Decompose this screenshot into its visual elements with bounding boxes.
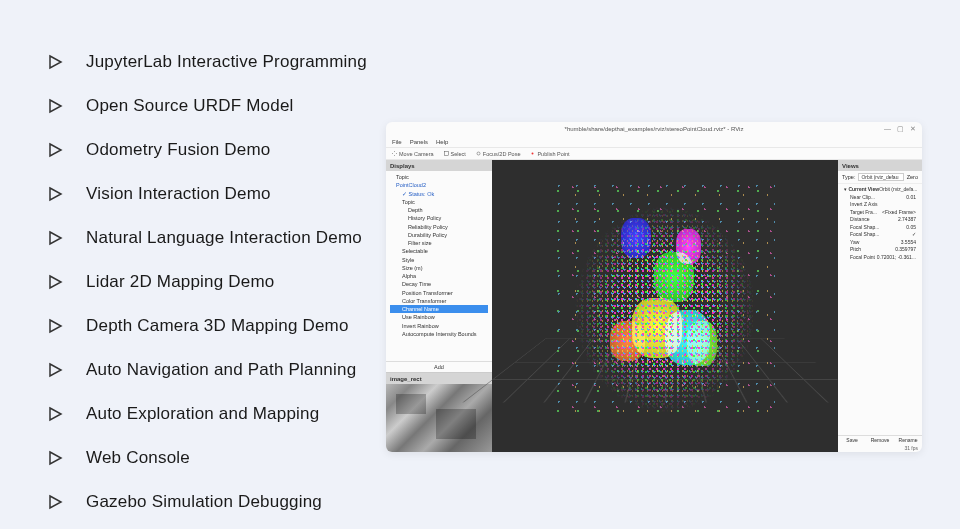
arrow-right-icon — [48, 406, 64, 422]
feature-label: Depth Camera 3D Mapping Demo — [86, 316, 349, 336]
tree-item[interactable]: Color Transformer — [390, 297, 488, 305]
views-type-select[interactable]: Orbit (rviz_defau — [858, 173, 903, 181]
window-title: *humble/share/depthai_examples/rviz/ster… — [565, 126, 744, 132]
arrow-right-icon — [48, 54, 64, 70]
feature-label: Lidar 2D Mapping Demo — [86, 272, 274, 292]
property-row[interactable]: Pitch0.359797 — [842, 246, 918, 254]
views-panel: Views Type: Orbit (rviz_defau Zero ▾ Cur… — [838, 160, 922, 452]
tree-item[interactable]: Style — [390, 256, 488, 264]
views-type-label: Type: — [842, 174, 855, 180]
tree-item[interactable]: Reliability Policy — [390, 223, 488, 231]
tool-publish-point[interactable]: Publish Point — [530, 151, 569, 157]
property-row[interactable]: Distance2.74387 — [842, 216, 918, 224]
point-icon — [530, 151, 535, 156]
arrow-right-icon — [48, 230, 64, 246]
feature-item: Web Console — [48, 448, 367, 468]
displays-panel-header: Displays — [386, 160, 492, 171]
feature-item: Odometry Fusion Demo — [48, 140, 367, 160]
current-view-row[interactable]: ▾ Current View Orbit (rviz_defa... — [842, 186, 918, 194]
feature-list: JupyterLab Interactive Programming Open … — [48, 52, 367, 529]
tree-item[interactable]: Topic — [390, 173, 488, 181]
property-row[interactable]: Focal Shap...0.05 — [842, 224, 918, 232]
tree-item[interactable]: Use Rainbow — [390, 313, 488, 321]
tree-item[interactable]: Size (m) — [390, 264, 488, 272]
svg-rect-0 — [444, 152, 448, 156]
tree-item[interactable]: Channel Name — [390, 305, 488, 313]
toolbar: Move Camera Select Focus/2D Pose Publish… — [386, 148, 922, 160]
window-titlebar: *humble/share/depthai_examples/rviz/ster… — [386, 122, 922, 136]
feature-label: Auto Exploration and Mapping — [86, 404, 319, 424]
svg-point-2 — [532, 153, 534, 155]
tree-item[interactable]: Alpha — [390, 272, 488, 280]
pointcloud — [555, 183, 775, 413]
tree-item[interactable]: Depth — [390, 206, 488, 214]
property-row[interactable]: Near Clip...0.01 — [842, 194, 918, 202]
arrow-right-icon — [48, 186, 64, 202]
tree-item[interactable]: Durability Policy — [390, 231, 488, 239]
property-row[interactable]: Invert Z Axis — [842, 201, 918, 209]
displays-tree[interactable]: TopicPointCloud2✓ Status: OkTopicDepthHi… — [386, 171, 492, 361]
views-zero-button[interactable]: Zero — [907, 174, 918, 180]
property-row[interactable]: Focal Point0.72001; -0.361... — [842, 254, 918, 262]
property-row[interactable]: Yaw3.5554 — [842, 239, 918, 247]
arrow-right-icon — [48, 142, 64, 158]
rename-button[interactable]: Rename — [894, 436, 922, 444]
property-row[interactable]: Target Fra...<Fixed Frame> — [842, 209, 918, 217]
close-icon[interactable]: ✕ — [910, 125, 916, 133]
views-properties: ▾ Current View Orbit (rviz_defa... Near … — [838, 184, 922, 312]
feature-item: Open Source URDF Model — [48, 96, 367, 116]
feature-label: Auto Navigation and Path Planning — [86, 360, 356, 380]
menu-file[interactable]: File — [392, 139, 402, 145]
arrow-right-icon — [48, 274, 64, 290]
tree-item[interactable]: Topic — [390, 198, 488, 206]
menu-panels[interactable]: Panels — [410, 139, 428, 145]
image-rect-panel: image_rect — [386, 372, 492, 452]
tool-select[interactable]: Select — [444, 151, 466, 157]
select-icon — [444, 151, 449, 156]
arrow-right-icon — [48, 362, 64, 378]
move-icon — [392, 151, 397, 156]
feature-label: Vision Interaction Demo — [86, 184, 271, 204]
tree-item[interactable]: Invert Rainbow — [390, 322, 488, 330]
rviz-window: *humble/share/depthai_examples/rviz/ster… — [386, 122, 922, 452]
menubar: File Panels Help — [386, 136, 922, 148]
tree-item[interactable]: Decay Time — [390, 280, 488, 288]
focus-icon — [476, 151, 481, 156]
feature-label: Web Console — [86, 448, 190, 468]
tree-item[interactable]: History Policy — [390, 214, 488, 222]
arrow-right-icon — [48, 318, 64, 334]
svg-point-1 — [477, 152, 480, 155]
feature-label: Gazebo Simulation Debugging — [86, 492, 322, 512]
property-row[interactable]: Focal Shap...✓ — [842, 231, 918, 239]
feature-item: Depth Camera 3D Mapping Demo — [48, 316, 367, 336]
arrow-right-icon — [48, 494, 64, 510]
fps-label: 31 fps — [838, 444, 922, 452]
save-button[interactable]: Save — [838, 436, 866, 444]
feature-item: Auto Navigation and Path Planning — [48, 360, 367, 380]
remove-button[interactable]: Remove — [866, 436, 894, 444]
arrow-right-icon — [48, 450, 64, 466]
feature-label: Odometry Fusion Demo — [86, 140, 270, 160]
feature-item: Gazebo Simulation Debugging — [48, 492, 367, 512]
feature-item: JupyterLab Interactive Programming — [48, 52, 367, 72]
arrow-right-icon — [48, 98, 64, 114]
feature-item: Vision Interaction Demo — [48, 184, 367, 204]
tree-item[interactable]: Filter size — [390, 239, 488, 247]
tree-item[interactable]: Position Transformer — [390, 289, 488, 297]
feature-label: JupyterLab Interactive Programming — [86, 52, 367, 72]
feature-item: Lidar 2D Mapping Demo — [48, 272, 367, 292]
tree-item[interactable]: PointCloud2 — [390, 181, 488, 189]
maximize-icon[interactable]: ▢ — [897, 125, 904, 133]
menu-help[interactable]: Help — [436, 139, 448, 145]
tree-item[interactable]: Selectable — [390, 247, 488, 255]
tool-focus[interactable]: Focus/2D Pose — [476, 151, 521, 157]
feature-label: Open Source URDF Model — [86, 96, 294, 116]
viewport-3d[interactable] — [492, 160, 838, 452]
tree-item[interactable]: ✓ Status: Ok — [390, 190, 488, 198]
image-rect-header: image_rect — [386, 373, 492, 384]
add-button[interactable]: Add — [386, 362, 492, 372]
tree-item[interactable]: Autocompute Intensity Bounds — [390, 330, 488, 338]
views-panel-header: Views — [838, 160, 922, 171]
tool-move-camera[interactable]: Move Camera — [392, 151, 434, 157]
minimize-icon[interactable]: — — [884, 125, 891, 133]
